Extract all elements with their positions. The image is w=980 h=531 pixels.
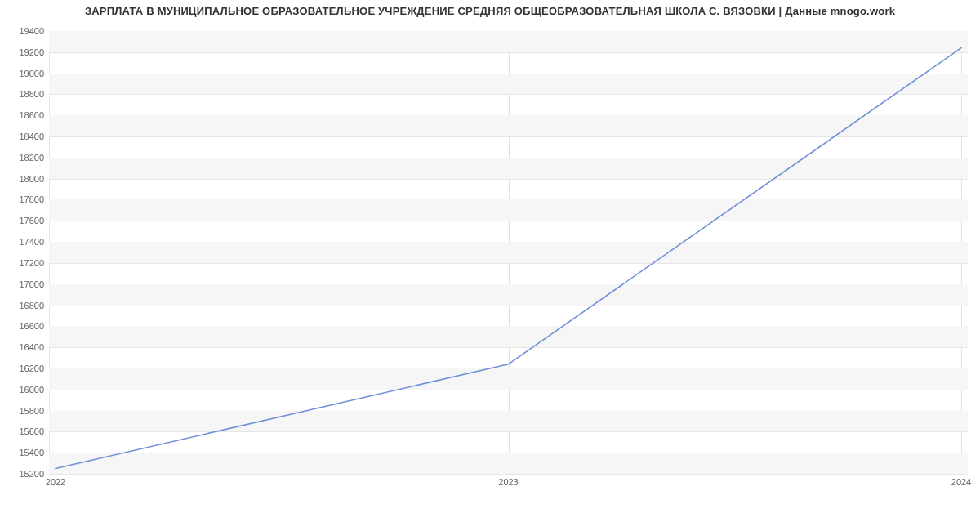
y-tick-label: 18000 — [19, 174, 44, 184]
y-tick-label: 16800 — [19, 301, 44, 310]
x-tick-label: 2024 — [951, 477, 971, 487]
y-tick-label: 18400 — [19, 132, 44, 141]
x-tick-label: 2022 — [46, 477, 65, 487]
y-tick-label: 19000 — [19, 69, 44, 78]
y-tick-label: 15600 — [19, 426, 44, 436]
y-tick-label: 17600 — [19, 216, 44, 225]
salary-series-line — [56, 48, 961, 469]
y-tick-label: 17000 — [19, 279, 44, 289]
y-tick-label: 16000 — [19, 385, 44, 395]
y-tick-label: 19400 — [19, 26, 44, 36]
y-tick-label: 15400 — [19, 448, 44, 457]
y-tick-label: 16400 — [19, 342, 44, 352]
y-tick-label: 18600 — [19, 110, 44, 120]
y-tick-label: 18800 — [19, 89, 44, 99]
plot-area — [49, 31, 968, 475]
y-tick-label: 18200 — [19, 153, 44, 163]
y-tick-label: 15800 — [19, 406, 44, 416]
chart-title: ЗАРПЛАТА В МУНИЦИПАЛЬНОЕ ОБРАЗОВАТЕЛЬНОЕ… — [0, 5, 980, 17]
y-tick-label: 15200 — [19, 469, 44, 479]
y-tick-label: 17800 — [19, 194, 44, 204]
y-tick-label: 19200 — [19, 47, 44, 57]
y-axis-ticks: 1520015400156001580016000162001640016600… — [0, 31, 44, 474]
y-tick-label: 16200 — [19, 364, 44, 373]
grid-h — [49, 474, 968, 475]
y-tick-label: 17400 — [19, 237, 44, 247]
chart-container: ЗАРПЛАТА В МУНИЦИПАЛЬНОЕ ОБРАЗОВАТЕЛЬНОЕ… — [0, 0, 980, 531]
y-tick-label: 16600 — [19, 321, 44, 331]
y-tick-label: 17200 — [19, 258, 44, 268]
x-tick-label: 2023 — [498, 477, 518, 487]
plot-inner — [49, 31, 968, 474]
line-layer — [49, 31, 968, 474]
